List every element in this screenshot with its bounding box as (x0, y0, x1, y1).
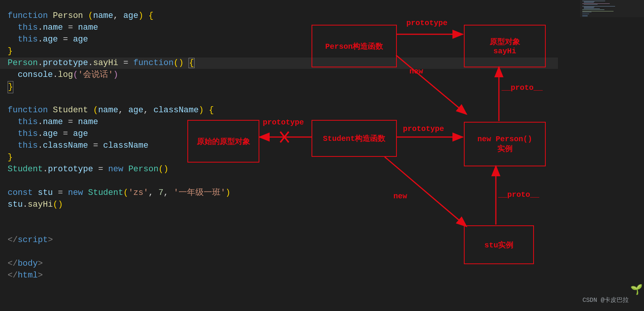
code-line: this.name = name (8, 22, 98, 33)
code-line: function Student (name, age, className) … (8, 105, 214, 116)
code-line: </script> (8, 234, 53, 246)
watermark: CSDN @卡皮巴拉 (582, 296, 629, 304)
code-line: } (8, 152, 13, 163)
code-line: console.log('会说话') (8, 69, 118, 81)
code-editor[interactable]: function Person (name, age) { this.name … (0, 0, 558, 311)
code-line: </html> (8, 270, 43, 281)
code-line: const stu = new Student('zs', 7, '一年级一班'… (8, 187, 230, 199)
sprout-icon: 🌱 (630, 284, 642, 296)
code-line: stu.sayHi() (8, 199, 63, 211)
code-line: } (8, 81, 13, 93)
code-line: this.name = name (8, 116, 98, 128)
code-line: Student.prototype = new Person() (8, 164, 169, 175)
code-line: this.age = age (8, 128, 88, 140)
code-line: </body> (8, 258, 43, 270)
code-line: function Person (name, age) { (8, 10, 153, 22)
code-line: } (8, 46, 13, 57)
code-line: this.age = age (8, 34, 88, 45)
code-line: this.className = className (8, 140, 149, 152)
code-line: Person.prototype.sayHi = function() { (8, 57, 195, 69)
minimap[interactable] (580, 0, 644, 17)
